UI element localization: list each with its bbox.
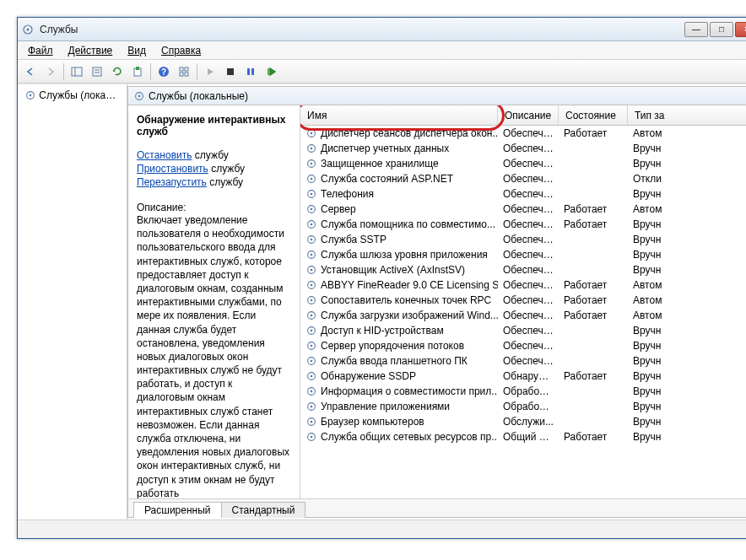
service-row[interactable]: Служба SSTPОбеспечи...Вручн: [300, 232, 746, 247]
services-icon: [21, 23, 35, 36]
svg-rect-10: [180, 67, 183, 71]
service-row[interactable]: Диспетчер сеансов диспетчера окон...Обес…: [300, 126, 746, 141]
service-row[interactable]: Доступ к HID-устройствамОбеспечи...Вручн: [300, 323, 746, 338]
service-desc: Обеспечи...: [498, 355, 559, 367]
service-row[interactable]: Управление приложениямиОбработк...Вручн: [300, 399, 746, 414]
gear-icon: [305, 279, 317, 291]
service-row[interactable]: Служба загрузки изображений Wind...Обесп…: [300, 308, 746, 323]
view-button[interactable]: [175, 62, 193, 81]
service-desc: Обработк...: [498, 385, 559, 397]
menu-help[interactable]: Справка: [154, 43, 208, 58]
service-name: Обнаружение SSDP: [321, 370, 416, 382]
service-row[interactable]: Диспетчер учетных данныхОбеспечи...Вручн: [300, 141, 746, 156]
menu-file[interactable]: Файл: [21, 43, 60, 58]
service-state: Работает: [559, 203, 628, 215]
column-header-type[interactable]: Тип за: [628, 105, 746, 125]
service-row[interactable]: ТелефонияОбеспечи...Вручн: [300, 186, 746, 202]
detail-pane: Обнаружение интерактивных служб Останови…: [128, 105, 300, 498]
export-button[interactable]: [128, 62, 147, 81]
service-desc: Обеспечи...: [498, 310, 559, 321]
svg-point-60: [311, 421, 313, 423]
svg-rect-13: [185, 73, 188, 76]
service-desc: Обеспечи...: [498, 325, 559, 337]
tab-extended[interactable]: Расширенный: [133, 502, 222, 518]
svg-point-44: [311, 299, 313, 302]
svg-point-1: [27, 28, 30, 30]
tree-pane[interactable]: Службы (локальны: [18, 84, 127, 520]
service-name: Телефония: [321, 188, 374, 200]
tab-standard[interactable]: Стандартный: [221, 502, 306, 518]
restart-service-button[interactable]: [262, 62, 280, 81]
service-row[interactable]: Установщик ActiveX (AxInstSV)Обеспечи...…: [300, 262, 746, 277]
toolbar: ?: [18, 60, 746, 83]
svg-point-32: [311, 208, 313, 211]
service-type: Вручн: [628, 431, 678, 443]
service-state: Работает: [559, 294, 628, 306]
properties-button[interactable]: [88, 62, 106, 81]
close-button[interactable]: ×: [735, 22, 746, 37]
svg-point-40: [311, 269, 313, 272]
service-row[interactable]: СерверОбеспечи...РаботаетАвтом: [300, 202, 746, 217]
maximize-button[interactable]: □: [710, 22, 733, 37]
restart-service-link[interactable]: Перезапустить: [137, 176, 207, 188]
forward-button[interactable]: [41, 62, 60, 81]
menu-view[interactable]: Вид: [121, 43, 153, 58]
gear-icon: [24, 89, 36, 101]
gear-icon: [305, 203, 317, 215]
services-window: Службы — □ × Файл Действие Вид Справка ?: [17, 17, 746, 539]
service-row[interactable]: Сервер упорядочения потоковОбеспечи...Вр…: [300, 338, 746, 353]
minimize-button[interactable]: —: [684, 22, 708, 37]
gear-icon: [305, 370, 317, 382]
column-header-state[interactable]: Состояние: [559, 105, 628, 125]
stop-service-button[interactable]: [221, 62, 240, 81]
refresh-button[interactable]: [108, 62, 127, 81]
service-row[interactable]: Служба общих сетевых ресурсов пр...Общий…: [300, 429, 746, 444]
service-row[interactable]: Служба состояний ASP.NETОбеспечи...Откли: [300, 171, 746, 186]
svg-point-28: [311, 178, 313, 180]
svg-point-42: [311, 284, 313, 287]
main-header: Службы (локальные): [128, 87, 746, 105]
service-row[interactable]: Информация о совместимости прил...Обрабо…: [300, 384, 746, 399]
pause-service-button[interactable]: [241, 62, 260, 81]
svg-rect-4: [93, 67, 101, 76]
stop-service-link[interactable]: Остановить: [137, 149, 192, 161]
service-name: Управление приложениями: [321, 401, 450, 412]
help-button[interactable]: ?: [154, 62, 173, 81]
service-desc: Обеспечи...: [498, 143, 559, 154]
service-row[interactable]: Служба шлюза уровня приложенияОбеспечи..…: [300, 247, 746, 262]
service-row[interactable]: Браузер компьютеровОбслужи...Вручн: [300, 414, 746, 429]
properties-icon: [91, 66, 103, 78]
service-row[interactable]: Обнаружение SSDPОбнаруж...РаботаетВручн: [300, 369, 746, 384]
gear-icon: [305, 325, 317, 337]
tree-root-item[interactable]: Службы (локальны: [21, 88, 123, 103]
service-desc: Обеспечи...: [498, 188, 559, 200]
service-row[interactable]: Защищенное хранилищеОбеспечи...Вручн: [300, 156, 746, 171]
service-type: Вручн: [628, 143, 678, 154]
titlebar[interactable]: Службы — □ ×: [18, 18, 746, 41]
svg-point-46: [311, 315, 313, 317]
service-state: Работает: [559, 431, 628, 443]
service-desc: Обеспечи...: [498, 127, 559, 139]
service-type: Автом: [628, 203, 678, 215]
show-hide-tree-button[interactable]: [68, 62, 86, 81]
gear-icon: [305, 234, 317, 245]
service-type: Автом: [628, 310, 678, 321]
service-row[interactable]: Служба ввода планшетного ПКОбеспечи...Вр…: [300, 353, 746, 369]
column-header-description[interactable]: Описание: [498, 105, 559, 125]
stop-rest: службу: [192, 149, 229, 161]
gear-icon: [305, 173, 317, 185]
service-row[interactable]: ABBYY FineReader 9.0 CE Licensing Se...О…: [300, 277, 746, 293]
service-type: Вручн: [628, 401, 678, 412]
service-list[interactable]: Диспетчер сеансов диспетчера окон...Обес…: [300, 126, 746, 498]
window-title: Службы: [40, 24, 684, 35]
back-button[interactable]: [21, 62, 40, 81]
service-row[interactable]: Служба помощника по совместимо...Обеспеч…: [300, 217, 746, 232]
menu-action[interactable]: Действие: [62, 43, 120, 58]
start-service-button[interactable]: [201, 62, 219, 81]
column-header-name[interactable]: Имя: [300, 105, 498, 125]
window-buttons: — □ ×: [684, 22, 746, 37]
service-row[interactable]: Сопоставитель конечных точек RPCОбеспечи…: [300, 293, 746, 308]
service-name: Информация о совместимости прил...: [321, 385, 498, 397]
pause-service-link[interactable]: Приостановить: [137, 163, 208, 175]
gear-icon: [133, 90, 145, 102]
